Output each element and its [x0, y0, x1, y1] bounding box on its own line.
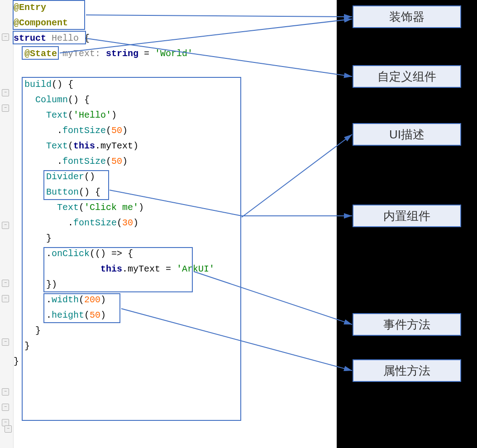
component-column: Column — [14, 95, 68, 105]
label-custom-component: 自定义组件 — [353, 65, 461, 88]
fold-icon[interactable]: − — [2, 222, 9, 229]
method-onclick: onClick — [52, 248, 90, 259]
fold-icon[interactable]: − — [2, 89, 9, 96]
struct-name: Hello — [46, 33, 84, 43]
method-build: build — [14, 79, 52, 90]
label-ui-description: UI描述 — [353, 123, 461, 146]
label-column: 装饰器 自定义组件 UI描述 内置组件 事件方法 属性方法 — [337, 0, 477, 448]
fold-icon[interactable]: − — [2, 388, 9, 396]
fold-icon[interactable]: − — [2, 295, 9, 302]
fold-icon[interactable]: − — [5, 425, 12, 433]
method-height: height — [52, 310, 84, 320]
fold-icon[interactable]: − — [2, 33, 9, 41]
label-builtin-component: 内置组件 — [353, 205, 461, 227]
code-editor[interactable]: @Entry @Component struct Hello { @State … — [14, 0, 330, 369]
label-attribute-method: 属性方法 — [353, 359, 461, 382]
fold-icon[interactable]: − — [2, 404, 9, 411]
keyword-struct: struct — [14, 33, 46, 43]
label-event-method: 事件方法 — [353, 313, 461, 336]
editor-gutter: − − − − − − − − − − − — [0, 0, 14, 448]
decorator-state: @State — [14, 48, 57, 59]
fold-icon[interactable]: − — [2, 280, 9, 287]
decorator-component: @Component — [14, 18, 68, 28]
component-text: Text — [14, 141, 68, 151]
fold-icon[interactable]: − — [2, 105, 9, 112]
fold-icon[interactable]: − — [2, 338, 9, 346]
decorator-entry: @Entry — [14, 2, 46, 13]
component-button: Button — [14, 187, 79, 197]
method-width: width — [52, 295, 79, 305]
component-divider: Divider — [14, 172, 84, 182]
label-decorator: 装饰器 — [353, 5, 461, 28]
component-text: Text — [14, 202, 79, 213]
component-text: Text — [14, 110, 68, 120]
